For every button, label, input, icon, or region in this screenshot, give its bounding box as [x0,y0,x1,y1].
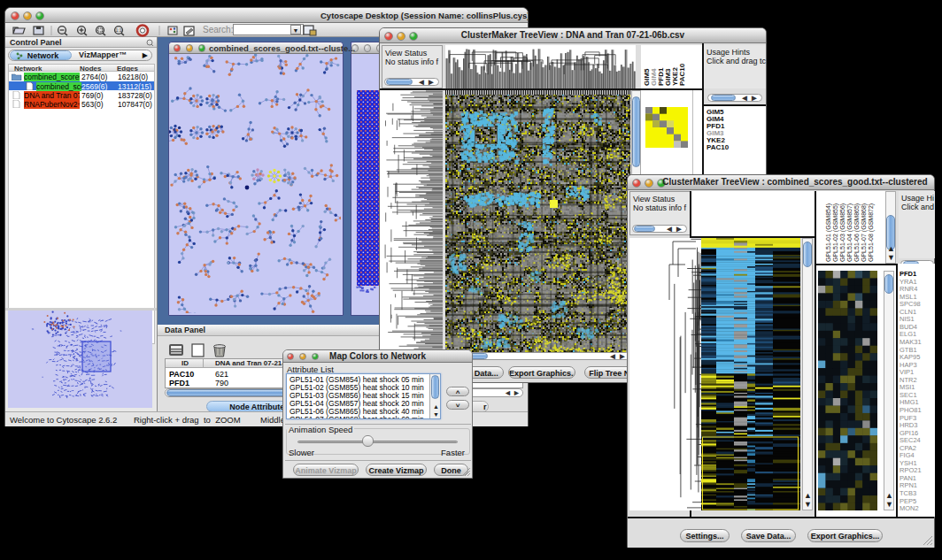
svg-text:PAC10: PAC10 [678,63,686,86]
svg-text:GPL51-04 (GSM857): GPL51-04 (GSM857) [846,203,853,262]
svg-text:GPL51-06 (GSM865): GPL51-06 (GSM865) [853,203,861,262]
svg-text:GPL51-02 (GSM855): GPL51-02 (GSM855) [832,203,839,262]
svg-text:1:1: 1:1 [116,27,122,33]
svg-text:GPL51-03 (GSM856): GPL51-03 (GSM856) [839,203,846,262]
svg-text:GPL51-01 (GSM854): GPL51-01 (GSM854) [825,203,832,262]
svg-text:GPL51-07 (GSM868): GPL51-07 (GSM868) [861,203,868,262]
svg-text:GPL51-08 (GSM872): GPL51-08 (GSM872) [868,203,875,262]
